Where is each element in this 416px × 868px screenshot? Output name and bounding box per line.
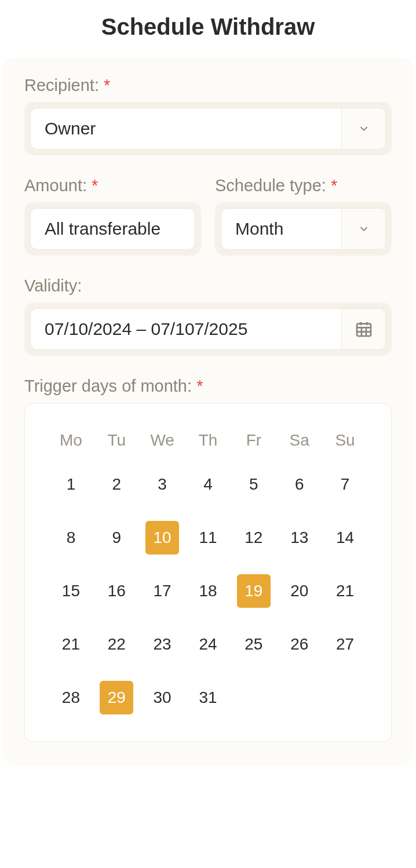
validity-input-wrapper: 07/10/2024 – 07/107/2025 xyxy=(24,302,392,356)
calendar-day-cell: 2 xyxy=(94,464,140,505)
calendar-day-cell: 20 xyxy=(276,570,322,612)
calendar-day[interactable]: 23 xyxy=(145,628,179,661)
calendar-day[interactable]: 21 xyxy=(329,574,362,608)
recipient-dropdown-toggle[interactable] xyxy=(341,108,385,149)
recipient-select[interactable]: Owner xyxy=(30,108,386,149)
calendar-day[interactable]: 24 xyxy=(191,628,225,661)
calendar-day[interactable]: 16 xyxy=(100,574,133,608)
calendar-icon xyxy=(355,320,373,338)
calendar-day-cell: 18 xyxy=(185,570,231,612)
calendar-day[interactable]: 31 xyxy=(191,681,225,714)
calendar-day-cell: 27 xyxy=(322,623,368,665)
calendar-day[interactable]: 15 xyxy=(54,574,87,608)
calendar-day[interactable]: 3 xyxy=(145,468,179,501)
schedule-type-input-wrapper: Month xyxy=(215,202,392,256)
calendar-day[interactable]: 10 xyxy=(145,521,179,555)
calendar-day-cell: 21 xyxy=(48,623,94,665)
calendar-day[interactable]: 20 xyxy=(283,574,316,608)
calendar-day-cell: 4 xyxy=(185,464,231,505)
calendar-day-cell: 24 xyxy=(185,623,231,665)
form-container: Recipient: * Owner Amount: * All transfe… xyxy=(2,57,414,765)
calendar-day-cell: 3 xyxy=(140,464,185,505)
calendar-dow-header: MoTuWeThFrSaSu xyxy=(48,431,368,450)
calendar-day-cell: 10 xyxy=(140,517,185,559)
calendar-day-cell: 25 xyxy=(231,623,276,665)
calendar-grid: 1234567891011121314151617181920212122232… xyxy=(48,464,368,719)
required-mark: * xyxy=(92,176,98,195)
calendar-day[interactable]: 7 xyxy=(329,468,362,501)
required-mark: * xyxy=(196,377,203,395)
schedule-type-value: Month xyxy=(221,209,341,249)
calendar-day[interactable]: 1 xyxy=(54,468,87,501)
calendar-day-cell: 6 xyxy=(276,464,322,505)
calendar-day-cell: 13 xyxy=(276,517,322,559)
calendar-day-cell: 19 xyxy=(231,570,276,612)
calendar-day[interactable]: 18 xyxy=(191,574,225,608)
amount-value: All transferable xyxy=(31,209,195,249)
schedule-type-select[interactable]: Month xyxy=(221,208,386,250)
calendar-day[interactable]: 11 xyxy=(191,521,225,555)
calendar-day[interactable]: 9 xyxy=(100,521,133,555)
calendar-day-cell: 8 xyxy=(48,517,94,559)
calendar-dow: Mo xyxy=(48,431,94,450)
validity-label-text: Validity: xyxy=(24,276,82,295)
validity-input[interactable]: 07/10/2024 – 07/107/2025 xyxy=(30,308,386,350)
calendar-dow: We xyxy=(140,431,185,450)
calendar-day[interactable]: 25 xyxy=(237,628,271,661)
calendar-day[interactable]: 5 xyxy=(237,468,271,501)
calendar-day[interactable]: 14 xyxy=(329,521,362,555)
calendar-day-cell: 31 xyxy=(185,677,231,719)
svg-rect-0 xyxy=(357,324,371,336)
calendar-dow: Th xyxy=(185,431,231,450)
calendar-day-cell: 14 xyxy=(322,517,368,559)
trigger-days-label: Trigger days of month: * xyxy=(24,377,392,396)
calendar-dow: Sa xyxy=(276,431,322,450)
calendar-day[interactable]: 28 xyxy=(54,681,87,714)
calendar-day[interactable]: 30 xyxy=(145,681,179,714)
amount-label: Amount: * xyxy=(24,176,201,195)
calendar-day-cell: 30 xyxy=(140,677,185,719)
calendar-day-cell: 22 xyxy=(94,623,140,665)
calendar-day-cell: 11 xyxy=(185,517,231,559)
calendar-day-cell: 17 xyxy=(140,570,185,612)
calendar-day-cell: 16 xyxy=(94,570,140,612)
calendar-dow: Su xyxy=(322,431,368,450)
validity-value: 07/10/2024 – 07/107/2025 xyxy=(31,309,341,349)
calendar-day[interactable]: 13 xyxy=(283,521,316,555)
chevron-down-icon xyxy=(357,223,370,235)
page-title: Schedule Withdraw xyxy=(0,0,416,57)
calendar-day[interactable]: 12 xyxy=(237,521,271,555)
amount-input[interactable]: All transferable xyxy=(30,208,195,250)
validity-calendar-button[interactable] xyxy=(341,309,385,349)
calendar-day[interactable]: 26 xyxy=(283,628,316,661)
calendar-dow: Fr xyxy=(231,431,276,450)
calendar-day[interactable]: 21 xyxy=(54,628,87,661)
calendar-dow: Tu xyxy=(94,431,140,450)
calendar-day-cell: 5 xyxy=(231,464,276,505)
required-mark: * xyxy=(331,176,337,195)
calendar-day[interactable]: 27 xyxy=(329,628,362,661)
calendar-day-cell: 9 xyxy=(94,517,140,559)
calendar-day[interactable]: 22 xyxy=(100,628,133,661)
calendar-day[interactable]: 4 xyxy=(191,468,225,501)
schedule-type-dropdown-toggle[interactable] xyxy=(341,209,385,249)
calendar-day[interactable]: 19 xyxy=(237,574,271,608)
calendar-day-cell: 7 xyxy=(322,464,368,505)
schedule-type-field: Schedule type: * Month xyxy=(215,176,392,256)
calendar-day-cell: 23 xyxy=(140,623,185,665)
calendar-day-cell: 15 xyxy=(48,570,94,612)
trigger-days-field: Trigger days of month: * MoTuWeThFrSaSu … xyxy=(24,377,392,742)
calendar-day-cell: 21 xyxy=(322,570,368,612)
required-mark: * xyxy=(104,76,110,94)
calendar-day[interactable]: 8 xyxy=(54,521,87,555)
recipient-input-wrapper: Owner xyxy=(24,102,392,155)
calendar-day-cell: 1 xyxy=(48,464,94,505)
calendar-day[interactable]: 17 xyxy=(145,574,179,608)
calendar-day[interactable]: 2 xyxy=(100,468,133,501)
calendar-day-cell: 26 xyxy=(276,623,322,665)
calendar-day[interactable]: 6 xyxy=(283,468,316,501)
schedule-type-label: Schedule type: * xyxy=(215,176,392,195)
amount-field: Amount: * All transferable xyxy=(24,176,201,256)
calendar-day[interactable]: 29 xyxy=(100,681,133,714)
recipient-value: Owner xyxy=(31,108,341,149)
